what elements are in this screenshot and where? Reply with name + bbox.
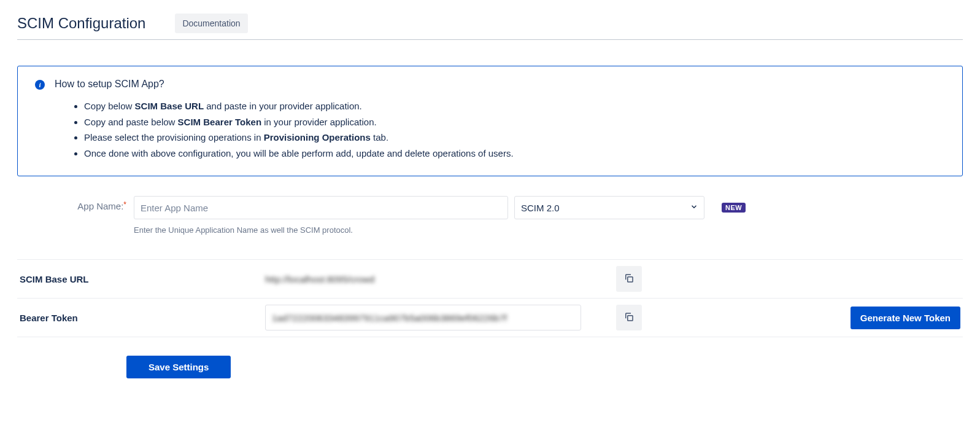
save-settings-button[interactable]: Save Settings bbox=[126, 356, 231, 378]
copy-base-url-button[interactable] bbox=[616, 266, 642, 292]
bearer-token-label: Bearer Token bbox=[20, 313, 259, 323]
copy-icon bbox=[623, 311, 635, 324]
scim-base-url-value: http://localhost:8095/crowd bbox=[265, 274, 374, 284]
svg-rect-0 bbox=[628, 276, 633, 281]
scim-base-url-row: SCIM Base URL http://localhost:8095/crow… bbox=[17, 260, 963, 299]
copy-icon bbox=[623, 273, 635, 286]
copy-bearer-token-button[interactable] bbox=[616, 305, 642, 330]
app-name-help-text: Enter the Unique Application Name as wel… bbox=[134, 225, 746, 235]
info-step: Copy below SCIM Base URL and paste in yo… bbox=[84, 98, 945, 114]
svg-rect-1 bbox=[628, 315, 633, 320]
new-badge: NEW bbox=[722, 203, 746, 213]
info-step: Once done with above configuration, you … bbox=[84, 146, 945, 162]
app-name-label: App Name:* bbox=[17, 196, 126, 211]
app-name-input[interactable] bbox=[134, 196, 508, 219]
scim-base-url-label: SCIM Base URL bbox=[20, 274, 259, 284]
info-panel: i How to setup SCIM App? Copy below SCIM… bbox=[17, 66, 963, 176]
info-steps-list: Copy below SCIM Base URL and paste in yo… bbox=[55, 98, 945, 161]
info-step: Copy and paste below SCIM Bearer Token i… bbox=[84, 114, 945, 130]
info-step: Please select the provisioning operation… bbox=[84, 130, 945, 146]
info-heading: How to setup SCIM App? bbox=[55, 79, 945, 90]
scim-protocol-select[interactable]: SCIM 2.0 bbox=[514, 196, 704, 219]
bearer-token-row: Bearer Token 1ad722200633483997911ca907b… bbox=[17, 299, 963, 337]
bearer-token-field[interactable]: 1ad722200633483997911ca907b5a006b3869ef0… bbox=[265, 305, 581, 330]
page-title: SCIM Configuration bbox=[17, 15, 145, 32]
documentation-button[interactable]: Documentation bbox=[175, 14, 247, 33]
generate-new-token-button[interactable]: Generate New Token bbox=[851, 307, 960, 329]
info-icon: i bbox=[35, 80, 45, 90]
